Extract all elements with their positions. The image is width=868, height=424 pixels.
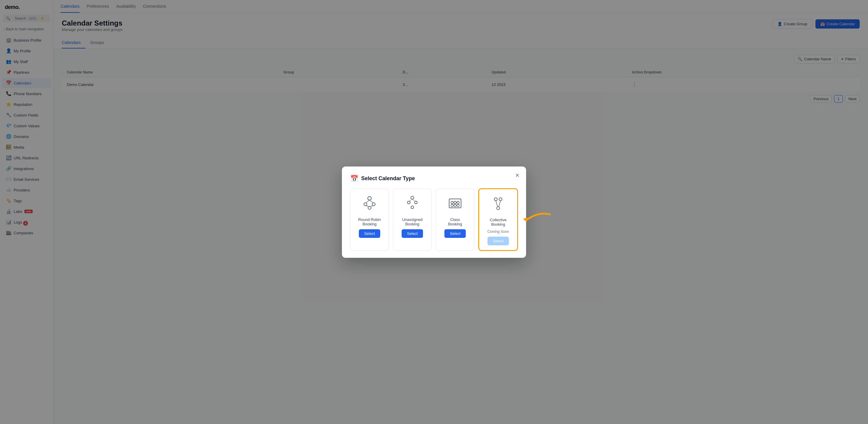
svg-point-17 [457,201,459,204]
svg-line-7 [371,206,373,206]
svg-point-8 [411,196,414,199]
svg-point-20 [457,204,459,207]
round-robin-select-button[interactable]: Select [359,229,380,238]
modal-title: Select Calendar Type [361,175,415,182]
class-select-button[interactable]: Select [444,229,466,238]
collective-booking-card[interactable]: CollectiveBooking Coming Soon Select [478,189,518,251]
svg-point-10 [415,201,417,204]
unassigned-label: UnassignedBooking [402,217,423,226]
unassigned-icon [404,195,421,213]
svg-point-3 [368,206,371,209]
svg-point-18 [451,204,453,207]
modal-header: 📅 Select Calendar Type [350,175,518,182]
svg-point-11 [411,206,414,208]
unassigned-select-button[interactable]: Select [402,229,423,238]
svg-line-12 [409,199,412,201]
svg-point-23 [497,207,500,209]
svg-point-22 [499,198,502,201]
svg-marker-26 [523,217,527,222]
svg-line-5 [370,200,373,203]
svg-point-21 [494,198,497,201]
select-calendar-type-modal: ✕ 📅 Select Calendar Type [342,167,526,258]
coming-soon-label: Coming Soon [488,230,509,234]
svg-line-4 [366,200,370,203]
svg-point-2 [372,203,375,206]
class-booking-icon [447,195,463,213]
modal-close-button[interactable]: ✕ [513,171,521,179]
calendar-icon: 📅 [350,175,358,182]
round-robin-label: Round RobinBooking [358,217,381,226]
round-robin-icon [361,195,378,213]
unassigned-card[interactable]: UnassignedBooking Select [393,189,432,251]
class-booking-label: ClassBooking [448,217,462,226]
svg-line-24 [496,201,498,207]
svg-line-25 [499,201,500,207]
modal-overlay: ✕ 📅 Select Calendar Type [0,0,868,424]
svg-point-19 [454,204,456,207]
arrow-annotation [520,208,553,230]
svg-line-6 [366,206,368,206]
svg-point-16 [454,201,456,204]
svg-point-0 [368,197,371,200]
svg-line-13 [412,199,415,201]
collective-booking-icon [490,195,506,214]
round-robin-card[interactable]: Round RobinBooking Select [350,189,389,251]
svg-point-9 [408,201,410,204]
class-booking-card[interactable]: ClassBooking Select [436,189,474,251]
svg-point-1 [364,203,367,206]
collective-select-button[interactable]: Select [488,237,509,245]
calendar-types-list: Round RobinBooking Select UnassignedBook… [350,189,518,251]
svg-point-15 [451,201,453,204]
collective-label: CollectiveBooking [490,218,506,227]
